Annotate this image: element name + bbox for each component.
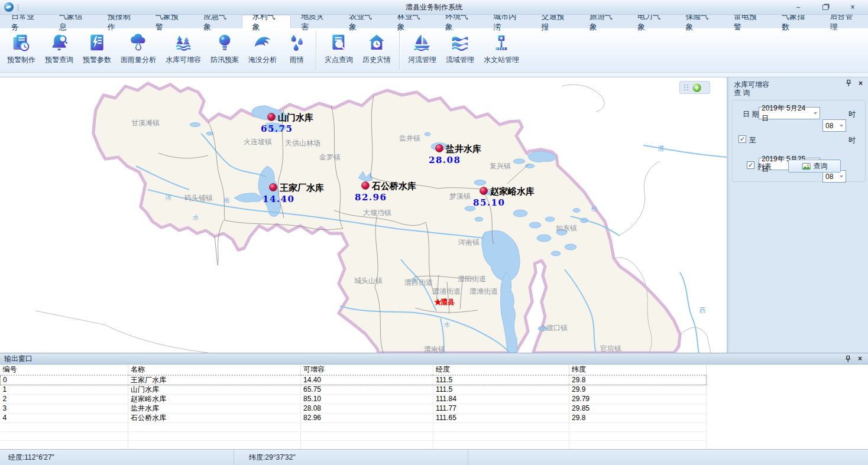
drag-handle[interactable] xyxy=(684,84,689,90)
wave-icon xyxy=(252,32,273,53)
close-panel-icon[interactable]: × xyxy=(856,355,864,363)
toolbar-button-水文站管理[interactable]: 水文站管理 xyxy=(480,30,523,71)
reservoir-name: 王家厂水库 xyxy=(279,183,324,193)
empty-row xyxy=(1,441,868,450)
menu-tab-水利气象[interactable]: 水利气象 xyxy=(242,15,291,28)
toolbar-button-雨情[interactable]: 雨情 xyxy=(282,30,312,71)
pin-icon[interactable] xyxy=(844,355,851,363)
toolbar-button-水库可增容[interactable]: 水库可增容 xyxy=(161,30,205,71)
status-bar: 经度:112°6'27" 纬度:29°37'32" xyxy=(0,449,868,465)
table-row[interactable]: 1山门水库65.75111.529.9 xyxy=(1,385,868,395)
menu-tab-应急气象[interactable]: 应急气象 xyxy=(193,15,241,28)
to-label: 至 xyxy=(749,135,756,145)
toolbar-button-历史灾情[interactable]: 历史灾情 xyxy=(358,30,395,71)
doc-lightning-icon xyxy=(86,32,108,53)
county-map[interactable]: 甘溪滩镇火连坡镇天供山林场金罗镇盐井镇复兴镇码头铺镇梦溪镇大堰垱镇涔南镇如东镇城… xyxy=(0,77,727,353)
table-row[interactable]: 4石公桥水库82.96111.6529.8 xyxy=(1,414,868,423)
from-hour-value: 08 xyxy=(825,122,833,130)
menu-tab-气象预警[interactable]: 气象预警 xyxy=(145,15,193,28)
town-label-金罗镇: 金罗镇 xyxy=(319,153,341,161)
bell-search-icon xyxy=(48,32,70,53)
toolbar-button-预警查询[interactable]: 预警查询 xyxy=(41,30,77,71)
status-latitude: 纬度:29°37'32" xyxy=(234,450,468,465)
table-cell: 29.79 xyxy=(569,395,707,404)
output-window: 输出窗口 × 编号名称可增容经度纬度 0王家厂水库14.40111.529.81… xyxy=(0,353,868,449)
table-cell: 85.10 xyxy=(301,395,433,404)
from-hour-select[interactable]: 08 xyxy=(822,119,846,132)
reservoir-name: 盐井水库 xyxy=(445,144,481,154)
toolbar-button-label: 水库可增容 xyxy=(166,55,201,65)
river-label: 西 xyxy=(699,307,706,314)
town-label-火连坡镇: 火连坡镇 xyxy=(244,138,272,146)
table-cell: 14.40 xyxy=(301,375,433,385)
map-view[interactable]: 甘溪滩镇火连坡镇天供山林场金罗镇盐井镇复兴镇码头铺镇梦溪镇大堰垱镇涔南镇如东镇城… xyxy=(0,77,727,353)
to-hour-value: 08 xyxy=(825,173,833,181)
river-label: 水 xyxy=(193,214,199,221)
toolbar-button-面雨量分析[interactable]: 面雨量分析 xyxy=(116,30,160,71)
toolbar-button-预警制作[interactable]: 预警制作 xyxy=(3,30,40,71)
column-header-名称[interactable]: 名称 xyxy=(128,365,301,375)
menu-tab-农业气象[interactable]: 农业气象 xyxy=(339,15,387,28)
town-label-如东镇: 如东镇 xyxy=(556,224,577,232)
river-label: 水 xyxy=(411,276,417,283)
close-panel-icon[interactable]: × xyxy=(857,79,864,87)
empty-row xyxy=(1,423,868,432)
column-header-编号[interactable]: 编号 xyxy=(1,365,128,375)
menu-tab-预报制作[interactable]: 预报制作 xyxy=(98,15,145,28)
menu-tab-城市内涝[interactable]: 城市内涝 xyxy=(483,15,531,28)
toolbar-button-label: 河流管理 xyxy=(408,55,436,65)
toolbar-button-预警参数[interactable]: 预警参数 xyxy=(79,30,115,71)
table-cell: 65.75 xyxy=(301,385,433,395)
table-row[interactable]: 2赵家峪水库85.10111.8429.79 xyxy=(1,395,868,404)
table-row[interactable]: 0王家厂水库14.40111.529.8 xyxy=(1,375,868,385)
menu-tab-地质灾害[interactable]: 地质灾害 xyxy=(291,15,339,28)
house-clock-icon xyxy=(366,32,387,53)
menu-tab-电力气象[interactable]: 电力气象 xyxy=(627,15,675,28)
column-header-纬度[interactable]: 纬度 xyxy=(569,365,707,375)
toolbar-button-防汛预案[interactable]: 防汛预案 xyxy=(206,30,243,71)
table-cell: 盐井水库 xyxy=(128,404,301,414)
toolbar-button-灾点查询[interactable]: 灾点查询 xyxy=(320,30,357,71)
toolbar-button-label: 预警制作 xyxy=(7,55,35,65)
menu-tab-雷电预警[interactable]: 雷电预警 xyxy=(724,15,772,28)
to-checkbox[interactable]: ✓ xyxy=(739,135,746,143)
from-date-select[interactable]: 2019年 5月24日 xyxy=(759,107,820,119)
river-label: 松 xyxy=(591,205,598,212)
hour-unit-label: 时 xyxy=(848,109,856,119)
pin-icon[interactable] xyxy=(844,79,852,87)
output-title: 输出窗口 xyxy=(4,354,33,364)
menu-tab-交通预报[interactable]: 交通预报 xyxy=(532,15,579,28)
table-cell: 山门水库 xyxy=(128,385,301,395)
town-label-澧澹街道: 澧澹街道 xyxy=(469,287,498,295)
toolbar-button-淹没分析[interactable]: 淹没分析 xyxy=(244,30,281,71)
reservoir-name: 赵家峪水库 xyxy=(490,186,535,197)
menu-tab-旅游气象[interactable]: 旅游气象 xyxy=(579,15,627,28)
toolbar-button-label: 防汛预案 xyxy=(210,55,239,65)
table-cell: 29.9 xyxy=(569,385,707,395)
menu-tab-气象信息[interactable]: 气象信息 xyxy=(49,15,97,28)
toolbar-button-流域管理[interactable]: 流域管理 xyxy=(442,30,478,71)
reservoir-value: 28.08 xyxy=(429,155,461,165)
river-label: 涔 xyxy=(166,194,172,201)
column-header-经度[interactable]: 经度 xyxy=(433,365,569,375)
menu-tab-环境气象[interactable]: 环境气象 xyxy=(435,15,483,28)
table-cell: 29.85 xyxy=(569,404,707,414)
town-label-码头铺镇: 码头铺镇 xyxy=(184,194,213,202)
result-table: 编号名称可增容经度纬度 0王家厂水库14.40111.529.81山门水库65.… xyxy=(0,365,868,450)
toolbar-gap xyxy=(0,73,868,77)
zoom-in-button[interactable]: + xyxy=(692,83,702,93)
table-cell: 111.5 xyxy=(433,375,569,385)
menu-tab-日常业务[interactable]: 日常业务 xyxy=(1,15,49,28)
table-row[interactable]: 3盐井水库28.08111.7729.85 xyxy=(1,404,868,414)
toolbar-button-河流管理[interactable]: 河流管理 xyxy=(404,30,441,71)
menu-tab-后台管理[interactable]: 后台管理 xyxy=(820,15,868,28)
from-date-value: 2019年 5月24日 xyxy=(762,103,811,123)
menu-tab-林业气象[interactable]: 林业气象 xyxy=(387,15,435,28)
table-cell: 赵家峪水库 xyxy=(128,395,301,404)
column-header-可增容[interactable]: 可增容 xyxy=(301,365,433,375)
menu-tab-保险气象[interactable]: 保险气象 xyxy=(676,15,724,28)
menu-tab-气象指数[interactable]: 气象指数 xyxy=(772,15,820,28)
list-checkbox[interactable]: ✓ xyxy=(747,161,754,169)
toolbar-button-label: 灾点查询 xyxy=(325,55,353,65)
query-button[interactable]: 查询 xyxy=(788,160,841,173)
